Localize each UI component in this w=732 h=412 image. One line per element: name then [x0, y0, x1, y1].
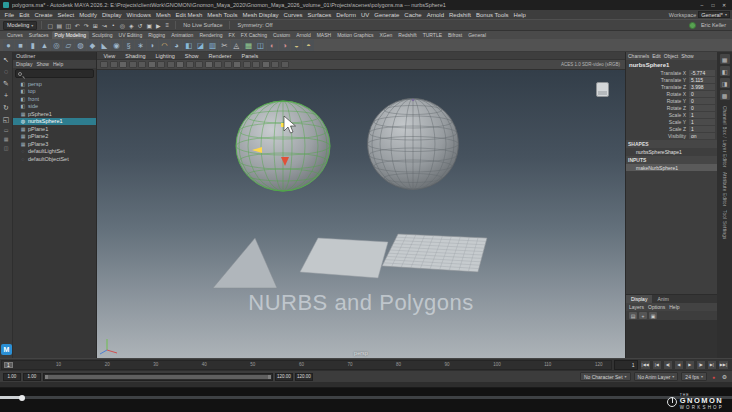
outliner-item-defaultlightset[interactable]: ◌defaultLightSet	[13, 148, 96, 156]
shelf-tab-redshift[interactable]: Redshift	[395, 31, 419, 39]
playback-start-field[interactable]: 1.00	[23, 373, 41, 381]
layers-toggle-icon[interactable]: ▤	[629, 312, 637, 319]
snap-to-grid-icon[interactable]: ⊞	[91, 21, 99, 30]
redo-icon[interactable]: ↷	[82, 21, 90, 30]
channel-value-field[interactable]: 0	[689, 91, 715, 97]
menu-display[interactable]: Display	[99, 12, 124, 18]
shelf-tab-bifrost[interactable]: Bifrost	[445, 31, 465, 39]
shape-node-name[interactable]: nurbsSphereShape1	[626, 148, 717, 155]
layer-editor-tab-anim[interactable]: Anim	[652, 295, 673, 303]
channel-value-field[interactable]: 5.115	[689, 77, 715, 83]
channel-box-menu-channels[interactable]: Channels	[628, 53, 649, 59]
playback-end-field[interactable]: 120.00	[275, 373, 293, 381]
menu-set-selector[interactable]: Modeling ▾	[3, 21, 37, 30]
isolate-select-icon[interactable]	[233, 61, 241, 68]
polygon-torus-icon[interactable]: ◎	[51, 40, 62, 51]
shelf-tab-general[interactable]: General	[465, 31, 489, 39]
layout-four-pane-icon[interactable]: ▦	[1, 135, 12, 143]
video-progress-handle[interactable]	[19, 395, 25, 401]
viewport-menu-show[interactable]: Show	[182, 53, 201, 59]
multisample-aa-icon[interactable]	[214, 61, 222, 68]
wireframe-mode-icon[interactable]	[148, 61, 156, 68]
menu-generate[interactable]: Generate	[372, 12, 402, 18]
select-tool-icon[interactable]: ↖	[1, 54, 12, 65]
menu-bonus-tools[interactable]: Bonus Tools	[474, 12, 512, 18]
textured-mode-icon[interactable]	[167, 61, 175, 68]
lock-camera-icon[interactable]	[110, 61, 118, 68]
bridge-icon[interactable]: ▥	[207, 40, 218, 51]
workspace-selector[interactable]: Workspace General* ▾	[669, 11, 730, 18]
image-plane-icon[interactable]	[138, 61, 146, 68]
outliner-item-pplane1[interactable]: ▦pPlane1	[13, 125, 96, 133]
polygon-cylinder-icon[interactable]: ▮	[27, 40, 38, 51]
polygon-sphere-icon[interactable]: ●	[3, 40, 14, 51]
video-progress-track[interactable]	[0, 396, 732, 399]
construction-history-icon[interactable]: ↺	[136, 21, 144, 30]
shelf-tab-poly-modeling[interactable]: Poly Modeling	[52, 31, 89, 39]
nurbs-sphere[interactable]	[236, 101, 330, 191]
shelf-tab-animation[interactable]: Animation	[168, 31, 196, 39]
boolean-difference-icon[interactable]: ◑	[279, 40, 290, 51]
rotate-tool-icon[interactable]: ↻	[1, 102, 12, 113]
outliner-item-nurbssphere1[interactable]: ◍nurbsSphere1	[13, 118, 96, 126]
channel-value-field[interactable]: 0	[689, 98, 715, 104]
viewport-menu-view[interactable]: View	[101, 53, 118, 59]
layout-persp-outliner-icon[interactable]: ◫	[1, 144, 12, 152]
play-forwards-button[interactable]: ▶	[685, 360, 695, 370]
viewcube[interactable]	[596, 82, 609, 97]
anim-layer-dropdown[interactable]: No Anim Layer▾	[634, 372, 679, 381]
menu-edit[interactable]: Edit	[17, 12, 32, 18]
shelf-tab-surfaces[interactable]: Surfaces	[26, 31, 52, 39]
combine-icon[interactable]: ◒	[291, 40, 302, 51]
range-end-field[interactable]: 120.00	[295, 373, 313, 381]
multi-cut-icon[interactable]: ✂	[219, 40, 230, 51]
shelf-tab-turtle[interactable]: TURTLE	[420, 31, 445, 39]
outliner-item-side[interactable]: ◧side	[13, 103, 96, 111]
mirror-icon[interactable]: ◫	[255, 40, 266, 51]
bookmarks-icon[interactable]	[129, 61, 137, 68]
shelf-tab-xgen[interactable]: XGen	[377, 31, 396, 39]
ambient-occlusion-icon[interactable]	[195, 61, 203, 68]
save-scene-icon[interactable]: ◫	[64, 21, 72, 30]
shelf-tab-fx-caching[interactable]: FX Caching	[238, 31, 270, 39]
boolean-union-icon[interactable]: ◐	[267, 40, 278, 51]
channel-box-menu-object[interactable]: Object	[664, 53, 678, 59]
poly-plane-grid[interactable]	[382, 234, 487, 272]
extrude-icon[interactable]: ◧	[183, 40, 194, 51]
open-scene-icon[interactable]: ▤	[55, 21, 63, 30]
time-slider-track[interactable]: 1 1102030405060708090100110120	[1, 360, 612, 370]
fps-dropdown[interactable]: 24 fps▾	[681, 372, 707, 381]
polygon-gear-icon[interactable]: ∗	[135, 40, 146, 51]
colorspace-label[interactable]: ACES 1.0 SDR-video (sRGB)	[561, 62, 622, 67]
tool-settings-tab-icon[interactable]: ◨	[720, 78, 730, 88]
channel-box-menu-show[interactable]: Show	[681, 53, 694, 59]
outliner-menu-help[interactable]: Help	[53, 61, 63, 67]
polygon-pyramid-icon[interactable]: ◣	[99, 40, 110, 51]
range-slider[interactable]	[43, 373, 273, 381]
menu-help[interactable]: Help	[511, 12, 528, 18]
separate-icon[interactable]: ◓	[303, 40, 314, 51]
shelf-tab-sculpting[interactable]: Sculpting	[89, 31, 116, 39]
menu-arnold[interactable]: Arnold	[424, 12, 446, 18]
channel-value-field[interactable]: 1	[689, 112, 715, 118]
polygon-disc-icon[interactable]: ◍	[75, 40, 86, 51]
go-to-end-button[interactable]: ▶▶|	[718, 360, 729, 370]
use-all-lights-icon[interactable]	[176, 61, 184, 68]
shaded-mode-icon[interactable]	[157, 61, 165, 68]
snap-to-curve-icon[interactable]: ↝	[100, 21, 108, 30]
new-empty-layer-icon[interactable]: +	[639, 312, 647, 319]
layer-menu-options[interactable]: Options	[648, 304, 665, 310]
polygon-plane-icon[interactable]: ▱	[63, 40, 74, 51]
step-back-key-button[interactable]: |◀	[652, 360, 662, 370]
channel-value-field[interactable]: on	[689, 133, 715, 139]
menu-cache[interactable]: Cache	[402, 12, 424, 18]
super-ellipse-icon[interactable]: ◗	[147, 40, 158, 51]
menu-curves[interactable]: Curves	[281, 12, 305, 18]
menu-redshift[interactable]: Redshift	[446, 12, 473, 18]
menu-create[interactable]: Create	[32, 12, 55, 18]
layer-list[interactable]	[626, 320, 717, 358]
quad-draw-icon[interactable]: ▦	[243, 40, 254, 51]
outliner-item-psphere1[interactable]: ▦pSphere1	[13, 110, 96, 118]
symmetry-label[interactable]: Symmetry: Off	[234, 22, 275, 28]
close-button[interactable]: ✕	[719, 1, 729, 9]
